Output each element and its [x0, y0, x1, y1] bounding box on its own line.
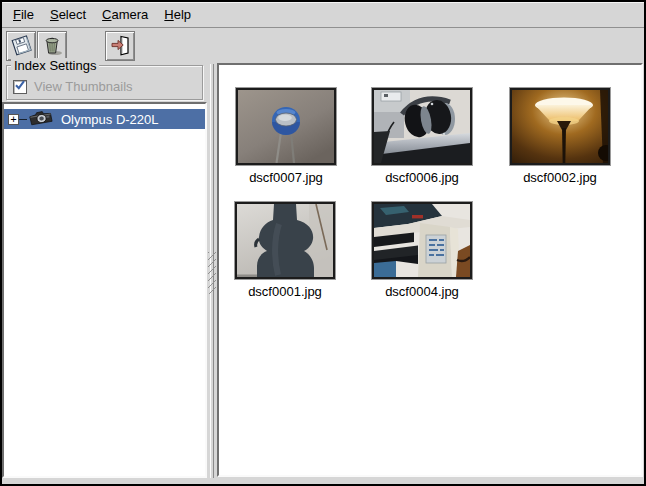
thumbnail-image-dscf0002[interactable] — [510, 88, 610, 165]
gtkam-window: File Select Camera Help — [0, 0, 646, 486]
checkmark-icon — [14, 79, 26, 94]
view-thumbnails-label: View Thumbnails — [34, 79, 133, 94]
splitter-grip-icon[interactable] — [208, 252, 216, 294]
tree-item-label: Olympus D-220L — [61, 112, 159, 127]
menu-select[interactable]: Select — [42, 3, 94, 27]
thumbnail-filename: dscf0004.jpg — [360, 284, 484, 299]
thumbnail-image-dscf0004[interactable] — [372, 202, 472, 279]
menu-camera[interactable]: Camera — [94, 3, 156, 27]
menu-file[interactable]: File — [5, 3, 42, 27]
thumbnail-filename: dscf0002.jpg — [498, 170, 622, 185]
tree-row-olympus[interactable]: + Olympus D-220L — [4, 109, 205, 129]
camera-tree-panel: + Olympus D-220L — [2, 102, 207, 478]
thumbnail-image-dscf0006[interactable] — [372, 88, 472, 165]
thumbnail-cell: dscf0001.jpg — [223, 202, 347, 299]
thumbnail-panel: dscf0007.jpg — [217, 63, 643, 477]
thumbnail-cell: dscf0002.jpg — [498, 88, 622, 185]
delete-button[interactable] — [37, 31, 67, 61]
thumbnail-filename: dscf0006.jpg — [360, 170, 484, 185]
thumbnail-cell: dscf0006.jpg — [360, 88, 484, 185]
view-thumbnails-checkbox[interactable] — [13, 80, 27, 94]
index-settings-frame: Index Settings View Thumbnails — [6, 65, 203, 100]
exit-button[interactable] — [105, 31, 135, 61]
camera-icon — [28, 109, 54, 129]
thumbnail-filename: dscf0001.jpg — [223, 284, 347, 299]
thumbnail-cell: dscf0007.jpg — [224, 88, 348, 185]
floppy-disk-icon — [8, 32, 34, 61]
tree-connector-line — [19, 119, 27, 120]
pane-splitter[interactable] — [207, 64, 217, 478]
frame-title: Index Settings — [11, 58, 99, 73]
menubar: File Select Camera Help — [2, 2, 644, 28]
thumbnail-filename: dscf0007.jpg — [224, 170, 348, 185]
menu-help[interactable]: Help — [156, 3, 199, 27]
exit-door-icon — [107, 32, 133, 61]
save-button[interactable] — [6, 31, 36, 61]
tree-expander-icon[interactable]: + — [8, 114, 19, 125]
trash-icon — [39, 32, 65, 61]
thumbnail-cell: dscf0004.jpg — [360, 202, 484, 299]
thumbnail-image-dscf0007[interactable] — [236, 88, 336, 165]
thumbnail-image-dscf0001[interactable] — [235, 202, 335, 279]
